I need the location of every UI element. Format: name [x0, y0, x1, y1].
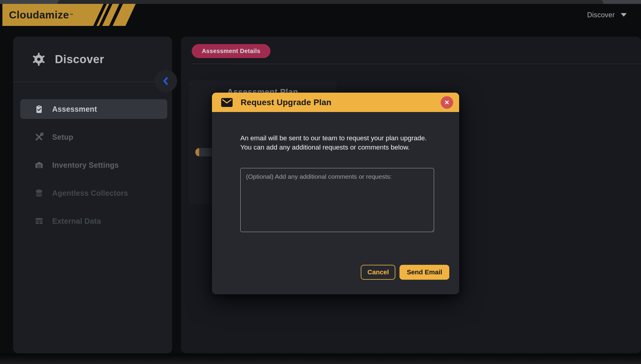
database-icon: [34, 188, 44, 198]
chevron-left-icon: [161, 77, 170, 85]
bottom-fade: [0, 354, 641, 364]
plan-progress-fill: [195, 148, 199, 156]
close-icon: ✕: [445, 99, 450, 106]
sidebar-divider: [13, 82, 172, 82]
table-icon: [34, 216, 44, 226]
mail-icon: [221, 98, 233, 107]
modal-actions: Cancel Send Email: [361, 265, 449, 280]
sidebar-collapse-button[interactable]: [154, 70, 177, 92]
gear-icon: [32, 52, 46, 66]
app-screen: Cloudamize ™ Discover: [0, 0, 641, 364]
send-email-button[interactable]: Send Email: [400, 265, 449, 280]
sidebar-item-assessment[interactable]: Assessment: [20, 99, 167, 119]
modal-header: Request Upgrade Plan ✕: [212, 93, 459, 112]
sidebar-item-setup[interactable]: Setup: [20, 127, 167, 147]
panel-divider: [192, 64, 641, 64]
sidebar-item-label: External Data: [52, 217, 101, 225]
request-upgrade-modal: Request Upgrade Plan ✕ An email will be …: [212, 93, 459, 294]
window-top-strip: [0, 0, 641, 4]
assessment-details-label: Assessment Details: [202, 48, 260, 55]
sidebar-item-label: Agentless Collectors: [52, 189, 128, 197]
sidebar: Discover Assessment: [13, 37, 172, 353]
sidebar-item-label: Setup: [52, 133, 73, 141]
caret-down-icon: [621, 13, 627, 17]
window-top-strip-band: [58, 0, 603, 4]
sidebar-item-label: Assessment: [52, 105, 97, 113]
sidebar-item-label: Inventory Settings: [52, 161, 119, 169]
comments-textarea[interactable]: [240, 168, 434, 232]
cloudamize-logo[interactable]: Cloudamize ™: [9, 4, 73, 26]
context-dropdown-label: Discover: [587, 11, 615, 19]
context-dropdown[interactable]: Discover: [587, 8, 627, 22]
sidebar-item-inventory-settings[interactable]: Inventory Settings: [20, 155, 167, 175]
clipboard-check-icon: [34, 104, 44, 114]
modal-title: Request Upgrade Plan: [241, 98, 433, 107]
brand-band: Cloudamize ™: [2, 4, 143, 26]
sidebar-title: Discover: [55, 53, 104, 66]
sidebar-item-agentless-collectors[interactable]: Agentless Collectors: [20, 183, 167, 203]
sidebar-nav: Assessment Setup: [20, 99, 167, 239]
logo-trademark: ™: [69, 13, 73, 17]
sidebar-item-external-data[interactable]: External Data: [20, 211, 167, 231]
modal-close-button[interactable]: ✕: [441, 96, 453, 109]
sidebar-header: Discover: [32, 52, 104, 66]
tools-icon: [34, 132, 44, 142]
logo-text: Cloudamize: [9, 9, 69, 21]
modal-description: An email will be sent to our team to req…: [240, 133, 438, 152]
cancel-button[interactable]: Cancel: [361, 265, 395, 280]
modal-body: An email will be sent to our team to req…: [212, 112, 459, 294]
warehouse-icon: [34, 160, 44, 170]
assessment-details-badge[interactable]: Assessment Details: [192, 44, 270, 58]
